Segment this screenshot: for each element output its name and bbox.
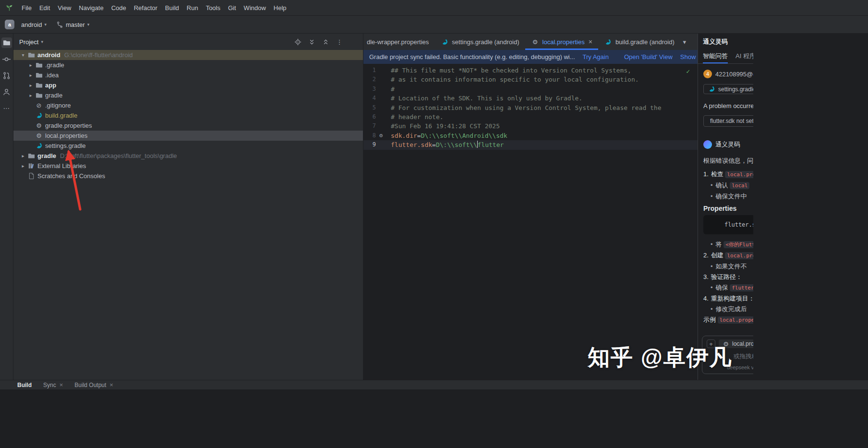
folder-icon bbox=[27, 51, 36, 59]
try-again-link[interactable]: Try Again bbox=[583, 53, 609, 61]
editor-tab-label: build.gradle (android) bbox=[615, 38, 675, 46]
git-branch-icon bbox=[56, 21, 63, 28]
token-comment: ## This file must *NOT* be checked into … bbox=[391, 67, 631, 74]
tree-item-app[interactable]: ▸app bbox=[13, 80, 363, 90]
ai-text: 根据错误信息，问题 bbox=[703, 157, 753, 165]
menu-item-run[interactable]: Run bbox=[183, 3, 202, 13]
build-tab-sync[interactable]: Sync× bbox=[43, 381, 63, 388]
close-icon[interactable]: × bbox=[589, 38, 592, 46]
tree-item-local.properties[interactable]: ⚙local.properties bbox=[13, 131, 363, 141]
chevron-right-icon[interactable]: ▸ bbox=[27, 83, 35, 88]
editor-tabs: dle-wrapper.propertiessettings.gradle (a… bbox=[363, 34, 680, 50]
tree-item-label: External Libraries bbox=[37, 162, 86, 170]
menu-item-code[interactable]: Code bbox=[108, 3, 130, 13]
menu-item-view[interactable]: View bbox=[54, 3, 75, 13]
tree-item-path: D:\soft\flutter\packages\flutter_tools\g… bbox=[60, 152, 177, 159]
gutter-slot bbox=[376, 94, 390, 103]
menu-item-git[interactable]: Git bbox=[224, 3, 240, 13]
editor-tab-label: local.properties bbox=[542, 38, 585, 46]
tree-item-android[interactable]: ▾androidG:\clone\ff-flutter\android bbox=[13, 50, 363, 60]
branch-selector[interactable]: master ▾ bbox=[53, 19, 92, 30]
ai-tab-qa[interactable]: 智能问答 bbox=[703, 49, 728, 63]
line-number: 8 bbox=[363, 131, 376, 140]
ai-bullet-item: •修改完成后 bbox=[711, 305, 753, 314]
tree-item-.gitignore[interactable]: ⊘.gitignore bbox=[13, 100, 363, 110]
ai-tab-programmer[interactable]: AI 程序员 bbox=[735, 49, 753, 63]
pull-requests-icon[interactable] bbox=[1, 70, 12, 81]
chevron-down-icon[interactable]: ▾ bbox=[19, 52, 27, 58]
code-text: # as it contains information specific to… bbox=[390, 75, 639, 84]
commit-icon[interactable] bbox=[1, 54, 12, 64]
editor-tab-dle-wrapper.properties[interactable]: dle-wrapper.properties bbox=[363, 34, 434, 50]
tree-item-label: Scratches and Consoles bbox=[37, 172, 105, 180]
tree-item-.gradle[interactable]: ▸.gradle bbox=[13, 60, 363, 70]
chevron-right-icon[interactable]: ▸ bbox=[19, 163, 27, 169]
project-panel-title[interactable]: Project bbox=[19, 38, 38, 46]
project-selector[interactable]: android ▾ bbox=[18, 19, 49, 30]
list-item-text: 示例 bbox=[703, 316, 718, 323]
line-number: 4 bbox=[363, 94, 376, 103]
more-vertical-icon[interactable]: ⋮ bbox=[335, 39, 344, 45]
folder-icon bbox=[35, 61, 43, 69]
tree-item-gradle[interactable]: ▸gradleD:\soft\flutter\packages\flutter_… bbox=[13, 151, 363, 161]
tree-item-.idea[interactable]: ▸.idea bbox=[13, 70, 363, 80]
token-value: flutter bbox=[478, 141, 504, 148]
code-line: 2# as it contains information specific t… bbox=[363, 75, 698, 84]
menu-item-window[interactable]: Window bbox=[240, 3, 270, 13]
bullet-text: 如果文件不 bbox=[716, 263, 747, 270]
gutter-slot bbox=[376, 103, 390, 112]
line-number: 7 bbox=[363, 121, 376, 131]
tree-item-gradle.properties[interactable]: ⚙gradle.properties bbox=[13, 121, 363, 131]
chevron-down-icon: ▾ bbox=[41, 39, 43, 44]
more-horizontal-icon[interactable]: ⋯ bbox=[1, 103, 12, 113]
menu-item-refactor[interactable]: Refactor bbox=[130, 3, 161, 13]
line-settings-icon[interactable]: ⚙ bbox=[376, 131, 390, 140]
file-reference-chip[interactable]: settings.gradle bbox=[703, 84, 753, 94]
editor-tab-local.properties[interactable]: ⚙local.properties× bbox=[525, 34, 598, 50]
editor-tab-build.gradle--android-[interactable]: build.gradle (android) bbox=[598, 34, 680, 50]
menu-item-navigate[interactable]: Navigate bbox=[75, 3, 107, 13]
tree-item-label: .gradle bbox=[45, 61, 64, 69]
chevron-right-icon[interactable]: ▸ bbox=[27, 93, 35, 98]
inline-code: <你的Flutter bbox=[723, 241, 753, 248]
gutter-slot bbox=[376, 112, 390, 121]
folder-icon bbox=[35, 92, 43, 99]
tree-item-gradle[interactable]: ▸gradle bbox=[13, 90, 363, 100]
token-comment: #Sun Feb 16 19:41:28 CST 2025 bbox=[391, 122, 500, 130]
close-icon[interactable]: × bbox=[109, 381, 113, 388]
gradle-icon bbox=[35, 112, 43, 119]
collapse-all-icon[interactable] bbox=[321, 38, 330, 46]
editor-tab-settings.gradle--android-[interactable]: settings.gradle (android) bbox=[434, 34, 525, 50]
tree-item-build.gradle[interactable]: build.gradle bbox=[13, 110, 363, 121]
banner-message: Gradle project sync failed. Basic functi… bbox=[369, 53, 575, 61]
user-icon[interactable] bbox=[1, 86, 12, 97]
build-tool-window-title[interactable]: Build bbox=[17, 382, 32, 388]
open-build-view-link[interactable]: Open 'Build' View bbox=[624, 53, 673, 61]
menu-item-tools[interactable]: Tools bbox=[202, 3, 224, 13]
ai-panel-tabs: 智能问答 AI 程序员 bbox=[698, 49, 753, 64]
gutter-slot bbox=[376, 75, 390, 84]
menu-item-build[interactable]: Build bbox=[161, 3, 183, 13]
tree-item-label: gradle bbox=[45, 92, 62, 99]
menu-item-edit[interactable]: Edit bbox=[36, 3, 54, 13]
expand-all-icon[interactable] bbox=[307, 38, 316, 46]
chevron-down-icon[interactable]: ▾ bbox=[680, 39, 689, 45]
line-number: 6 bbox=[363, 112, 376, 121]
tree-item-label: app bbox=[45, 82, 56, 89]
chevron-right-icon[interactable]: ▸ bbox=[27, 62, 35, 68]
locate-icon[interactable] bbox=[293, 38, 302, 46]
line-number: 1 bbox=[363, 66, 376, 75]
chevron-right-icon[interactable]: ▸ bbox=[19, 153, 27, 158]
menu-item-help[interactable]: Help bbox=[270, 3, 290, 13]
code-editor[interactable]: ✓ 1## This file must *NOT* be checked in… bbox=[363, 64, 698, 380]
tree-item-scratches-and-consoles[interactable]: Scratches and Consoles bbox=[13, 171, 363, 181]
list-item-text: 检查 bbox=[711, 170, 725, 178]
menu-item-file[interactable]: File bbox=[18, 3, 36, 13]
tree-item-external-libraries[interactable]: ▸External Libraries bbox=[13, 161, 363, 171]
close-icon[interactable]: × bbox=[60, 381, 63, 388]
chevron-right-icon[interactable]: ▸ bbox=[27, 73, 35, 78]
editor-area: dle-wrapper.propertiessettings.gradle (a… bbox=[363, 34, 698, 380]
tree-item-settings.gradle[interactable]: settings.gradle bbox=[13, 141, 363, 151]
build-tab-build-output[interactable]: Build Output× bbox=[74, 381, 113, 388]
project-folder-icon[interactable] bbox=[1, 37, 12, 48]
